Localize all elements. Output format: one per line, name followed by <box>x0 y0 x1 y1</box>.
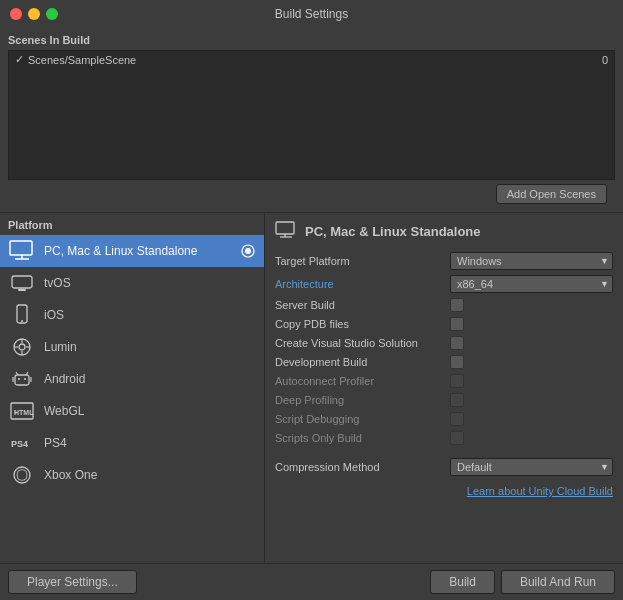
cloud-build-link[interactable]: Learn about Unity Cloud Build <box>467 485 613 497</box>
svg-text:HTML: HTML <box>14 409 34 416</box>
tvos-icon <box>8 272 36 294</box>
compression-dropdown[interactable]: Default LZ4 LZ4HC <box>450 458 613 476</box>
scripts-only-checkbox <box>450 431 464 445</box>
svg-rect-5 <box>12 276 32 288</box>
server-build-row: Server Build <box>275 298 613 312</box>
minimize-button[interactable] <box>28 8 40 20</box>
platform-name-tvos: tvOS <box>44 276 256 290</box>
scenes-label: Scenes In Build <box>8 34 615 46</box>
svg-rect-15 <box>15 375 29 385</box>
ps4-icon: PS4 <box>8 432 36 454</box>
scene-index: 0 <box>602 54 608 66</box>
compression-row: Compression Method Default LZ4 LZ4HC ▼ <box>275 458 613 476</box>
svg-rect-6 <box>18 289 26 291</box>
cloud-build-row: Learn about Unity Cloud Build <box>275 485 613 497</box>
target-platform-dropdown-wrapper: Windows Mac OS X Linux ▼ <box>450 252 613 270</box>
player-settings-button[interactable]: Player Settings... <box>8 570 137 594</box>
target-platform-label: Target Platform <box>275 255 450 267</box>
platform-name-pc: PC, Mac & Linux Standalone <box>44 244 232 258</box>
settings-title: PC, Mac & Linux Standalone <box>305 224 481 239</box>
platform-name-ios: iOS <box>44 308 256 322</box>
platform-item-lumin[interactable]: Lumin <box>0 331 264 363</box>
architecture-dropdown-wrapper: x86 x86_64 x86 + x86_64 (Universal) ▼ <box>450 275 613 293</box>
architecture-label: Architecture <box>275 278 450 290</box>
settings-header: PC, Mac & Linux Standalone <box>275 221 613 242</box>
ios-icon <box>8 304 36 326</box>
bottom-bar: Player Settings... Build Build And Run <box>0 563 623 600</box>
platform-name-lumin: Lumin <box>44 340 256 354</box>
deep-profiling-label: Deep Profiling <box>275 394 450 406</box>
build-button[interactable]: Build <box>430 570 495 594</box>
copy-pdb-row: Copy PDB files <box>275 317 613 331</box>
platform-item-android[interactable]: Android <box>0 363 264 395</box>
window-title: Build Settings <box>275 7 348 21</box>
target-platform-row: Target Platform Windows Mac OS X Linux ▼ <box>275 252 613 270</box>
svg-rect-27 <box>276 222 294 234</box>
svg-point-18 <box>18 378 20 380</box>
close-button[interactable] <box>10 8 22 20</box>
svg-point-8 <box>21 320 23 322</box>
xbox-icon <box>8 464 36 486</box>
svg-point-10 <box>19 344 25 350</box>
dev-build-checkbox[interactable] <box>450 355 464 369</box>
platform-name-xbox: Xbox One <box>44 468 256 482</box>
add-open-scenes-button[interactable]: Add Open Scenes <box>496 184 607 204</box>
platform-item-pc[interactable]: PC, Mac & Linux Standalone <box>0 235 264 267</box>
webgl-icon: HTML 5 <box>8 400 36 422</box>
dev-build-label: Development Build <box>275 356 450 368</box>
scripts-only-row: Scripts Only Build <box>275 431 613 445</box>
platform-item-webgl[interactable]: HTML 5 WebGL <box>0 395 264 427</box>
copy-pdb-checkbox[interactable] <box>450 317 464 331</box>
platform-item-ps4[interactable]: PS4 PS4 <box>0 427 264 459</box>
lumin-icon <box>8 336 36 358</box>
android-icon <box>8 368 36 390</box>
script-debugging-row: Script Debugging <box>275 412 613 426</box>
compression-dropdown-wrapper: Default LZ4 LZ4HC ▼ <box>450 458 613 476</box>
server-build-checkbox[interactable] <box>450 298 464 312</box>
architecture-dropdown[interactable]: x86 x86_64 x86 + x86_64 (Universal) <box>450 275 613 293</box>
settings-panel: PC, Mac & Linux Standalone Target Platfo… <box>265 213 623 563</box>
platform-name-ps4: PS4 <box>44 436 256 450</box>
platform-panel: Platform PC, Mac & Linux Standalone <box>0 213 265 563</box>
platform-item-ios[interactable]: iOS <box>0 299 264 331</box>
dev-build-row: Development Build <box>275 355 613 369</box>
svg-text:PS4: PS4 <box>11 439 28 449</box>
server-build-label: Server Build <box>275 299 450 311</box>
deep-profiling-row: Deep Profiling <box>275 393 613 407</box>
build-and-run-button[interactable]: Build And Run <box>501 570 615 594</box>
deep-profiling-checkbox <box>450 393 464 407</box>
list-item: ✓ Scenes/SampleScene 0 <box>9 51 614 68</box>
maximize-button[interactable] <box>46 8 58 20</box>
platform-name-android: Android <box>44 372 256 386</box>
svg-point-4 <box>245 248 251 254</box>
target-platform-dropdown[interactable]: Windows Mac OS X Linux <box>450 252 613 270</box>
architecture-row: Architecture x86 x86_64 x86 + x86_64 (Un… <box>275 275 613 293</box>
svg-rect-0 <box>10 241 32 255</box>
scenes-panel: Scenes In Build ✓ Scenes/SampleScene 0 A… <box>0 28 623 213</box>
platform-list: PC, Mac & Linux Standalone <box>0 235 264 563</box>
platform-label: Platform <box>0 213 264 235</box>
platform-item-tvos[interactable]: tvOS <box>0 267 264 299</box>
svg-point-19 <box>24 378 26 380</box>
settings-header-icon <box>275 221 297 242</box>
scene-check-icon: ✓ <box>15 53 24 66</box>
svg-text:5: 5 <box>14 409 17 415</box>
autoconnect-label: Autoconnect Profiler <box>275 375 450 387</box>
vs-solution-label: Create Visual Studio Solution <box>275 337 450 349</box>
compression-label: Compression Method <box>275 461 450 473</box>
vs-solution-checkbox[interactable] <box>450 336 464 350</box>
scripts-only-label: Scripts Only Build <box>275 432 450 444</box>
autoconnect-row: Autoconnect Profiler <box>275 374 613 388</box>
pc-icon <box>8 240 36 262</box>
scene-name: Scenes/SampleScene <box>28 54 602 66</box>
vs-solution-row: Create Visual Studio Solution <box>275 336 613 350</box>
selected-platform-indicator <box>240 243 256 259</box>
copy-pdb-label: Copy PDB files <box>275 318 450 330</box>
script-debugging-label: Script Debugging <box>275 413 450 425</box>
script-debugging-checkbox <box>450 412 464 426</box>
scenes-list: ✓ Scenes/SampleScene 0 <box>8 50 615 180</box>
autoconnect-checkbox <box>450 374 464 388</box>
platform-name-webgl: WebGL <box>44 404 256 418</box>
title-bar: Build Settings <box>0 0 623 28</box>
platform-item-xbox[interactable]: Xbox One <box>0 459 264 491</box>
